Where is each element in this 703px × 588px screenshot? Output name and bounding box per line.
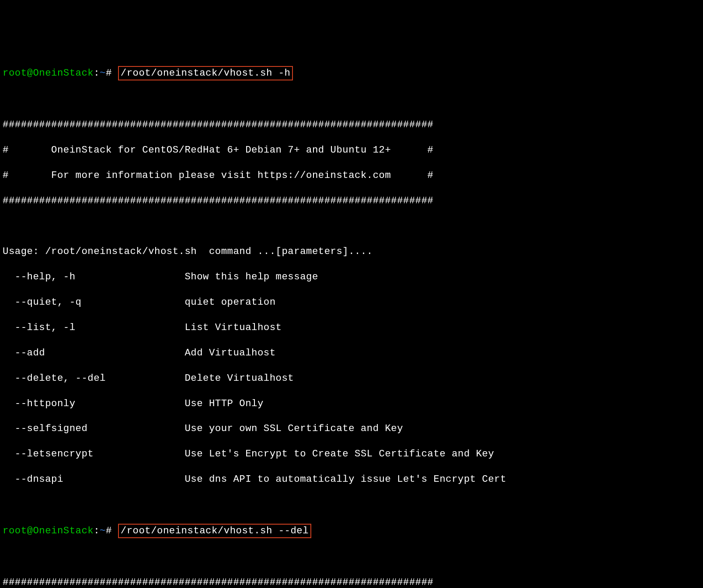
cwd: ~ bbox=[100, 525, 106, 536]
command-box-2: /root/oneinstack/vhost.sh --del bbox=[118, 524, 311, 538]
user-host: root@OneinStack bbox=[3, 67, 94, 79]
banner-line-1: # OneinStack for CentOS/RedHat 6+ Debian… bbox=[3, 144, 700, 157]
prompt-line-1[interactable]: root@OneinStack:~# /root/oneinstack/vhos… bbox=[3, 66, 700, 80]
user-host: root@OneinStack bbox=[3, 525, 94, 536]
option-line: --selfsigned Use your own SSL Certificat… bbox=[3, 422, 700, 435]
option-line: --delete, --del Delete Virtualhost bbox=[3, 372, 700, 385]
banner-line-2: # For more information please visit http… bbox=[3, 169, 700, 182]
option-line: --letsencrypt Use Let's Encrypt to Creat… bbox=[3, 448, 700, 460]
prompt-line-2[interactable]: root@OneinStack:~# /root/oneinstack/vhos… bbox=[3, 524, 700, 538]
banner-hashline: ########################################… bbox=[3, 576, 700, 588]
usage-line: Usage: /root/oneinstack/vhost.sh command… bbox=[3, 245, 700, 258]
cwd: ~ bbox=[100, 67, 106, 79]
option-line: --list, -l List Virtualhost bbox=[3, 321, 700, 334]
terminal-output: root@OneinStack:~# /root/oneinstack/vhos… bbox=[3, 53, 700, 588]
option-line: --help, -h Show this help message bbox=[3, 271, 700, 283]
option-line: --dnsapi Use dns API to automatically is… bbox=[3, 473, 700, 486]
option-line: --add Add Virtualhost bbox=[3, 347, 700, 359]
option-line: --quiet, -q quiet operation bbox=[3, 296, 700, 309]
option-line: --httponly Use HTTP Only bbox=[3, 397, 700, 410]
command-box-1: /root/oneinstack/vhost.sh -h bbox=[118, 66, 293, 80]
banner-hashline: ########################################… bbox=[3, 118, 700, 131]
banner-hashline: ########################################… bbox=[3, 195, 700, 207]
